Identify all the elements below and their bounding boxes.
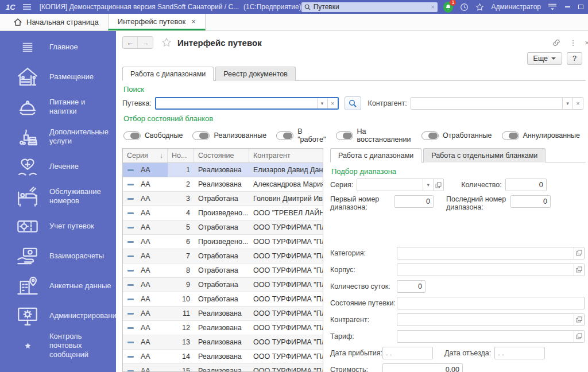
kontragent-clear-icon[interactable]: ×	[572, 98, 583, 109]
tarif-open-icon[interactable]	[574, 331, 584, 342]
current-user[interactable]: Администратор	[491, 3, 541, 11]
close-form-icon[interactable]: ×	[585, 38, 588, 47]
panel-tab-blanks[interactable]: Работа с отдельными бланками	[423, 148, 546, 162]
tab-interfeys-putevok[interactable]: Интерфейс путевок ×	[108, 14, 206, 30]
sidebar-item-food[interactable]: Питание и напитки	[0, 92, 116, 122]
first-number-input[interactable]	[395, 196, 433, 207]
sidebar-item-label: Контроль почтовых сообщений	[49, 332, 111, 360]
departure-date-input[interactable]	[495, 347, 544, 359]
more-button[interactable]: Еще	[527, 52, 562, 65]
table-row[interactable]: АА7ОтработанаООО ТУРФИРМА "ПЛА	[123, 249, 323, 264]
seriya-dropdown-icon[interactable]: ▾	[423, 179, 433, 191]
table-row[interactable]: АА2РеализованаАлександрова Мария М	[123, 177, 323, 192]
cost-input[interactable]	[383, 364, 462, 372]
column-header-nomer[interactable]: Но...	[168, 149, 194, 162]
sidebar-item-health[interactable]: Лечение	[0, 152, 116, 181]
toggle-label: Отработанные	[443, 131, 492, 140]
cell-sostoyanie: Отработана	[194, 278, 249, 292]
table-row[interactable]: АА8ОтработанаООО ТУРФИРМА "ПЛА	[123, 264, 323, 278]
putevka-clear-icon[interactable]: ×	[327, 98, 338, 108]
korpus-open-icon[interactable]	[574, 264, 584, 276]
close-tab-icon[interactable]: ×	[191, 17, 196, 26]
panel-kontragent-open-icon[interactable]	[574, 314, 584, 326]
notifications-bell-icon[interactable]: 1	[443, 2, 453, 13]
profiles-icon	[13, 274, 42, 298]
cell-seriya: АА	[137, 220, 168, 234]
toggle-switch[interactable]	[336, 131, 353, 140]
back-button[interactable]: ←	[123, 37, 138, 48]
sidebar-item-housekeeping[interactable]: Обслуживание номеров	[0, 181, 116, 211]
panel-kontragent-input[interactable]	[397, 314, 574, 326]
panel-tabs: Работа с диапазонами Работа с отдельными…	[330, 148, 586, 162]
sidebar-item-star[interactable]: Контроль почтовых сообщений	[0, 331, 116, 361]
favorites-star-icon[interactable]	[475, 3, 484, 11]
row-state-icon	[123, 292, 137, 306]
table-row[interactable]: АА13РеализованаООО ТУРФИРМА "ПЛА	[123, 335, 323, 350]
kontragent-input[interactable]	[411, 98, 562, 109]
toggle-switch[interactable]	[123, 131, 141, 140]
row-state-icon	[123, 163, 137, 177]
toggle-switch[interactable]	[502, 131, 519, 140]
functions-menu-icon[interactable]	[548, 3, 557, 11]
clear-search-icon[interactable]: ×	[431, 3, 435, 10]
tab-rabota-s-diapazonami[interactable]: Работа с диапазонами	[122, 67, 214, 81]
column-header-sostoyanie[interactable]: Состояние	[194, 149, 249, 162]
main-menu-icon[interactable]	[22, 3, 32, 11]
column-header-seriya[interactable]: Серия ↓	[123, 149, 168, 162]
sidebar-item-spa[interactable]: Дополнительные услуги	[0, 122, 116, 152]
voucher-state-input[interactable]	[397, 297, 584, 309]
filter-toggle-group: Реализованные	[192, 131, 266, 140]
table-row[interactable]: АА9ОтработанаООО ТУРФИРМА "ПЛА	[123, 278, 323, 292]
help-button[interactable]: ?	[567, 52, 582, 65]
tarif-input[interactable]	[397, 331, 574, 342]
cell-nomer: 9	[168, 278, 194, 292]
history-icon[interactable]	[460, 3, 469, 11]
more-actions-icon[interactable]: ⋮	[569, 38, 577, 47]
table-row[interactable]: АА6Произведено...ООО ТУРФИРМА "ПЛА	[123, 235, 323, 249]
favorite-star-icon[interactable]	[161, 37, 172, 48]
voucher-state-label: Состояние путевки:	[330, 299, 393, 307]
page-title: Интерфейс путевок	[177, 38, 262, 48]
sidebar-item-room[interactable]: Размещение	[0, 62, 116, 92]
global-search-input[interactable]: Путевки ×	[301, 2, 438, 12]
table-row[interactable]: АА1РеализованаЕлизаров Давид Данил	[123, 163, 323, 177]
category-open-icon[interactable]	[574, 247, 584, 259]
toggle-switch[interactable]	[276, 131, 293, 140]
putevka-dropdown-icon[interactable]: ▾	[317, 98, 327, 108]
search-button[interactable]	[345, 96, 361, 110]
seriya-open-icon[interactable]	[433, 179, 443, 191]
qty-input[interactable]	[506, 179, 546, 191]
cost-label: Стоимость:	[330, 366, 379, 372]
seriya-input[interactable]	[357, 179, 423, 191]
korpus-input[interactable]	[397, 264, 574, 276]
toggle-switch[interactable]	[421, 131, 439, 140]
kontragent-dropdown-icon[interactable]: ▾	[562, 98, 572, 109]
table-row[interactable]: АА15РеализованаООО ТУРФИРМА "ПЛА	[123, 364, 323, 372]
table-row[interactable]: АА12РеализованаООО ТУРФИРМА "ПЛА	[123, 321, 323, 335]
table-row[interactable]: АА14РеализованаООО ТУРФИРМА "ПЛА	[123, 350, 323, 364]
maximize-button[interactable]	[578, 5, 583, 9]
category-input[interactable]	[397, 247, 574, 259]
panel-tab-ranges[interactable]: Работа с диапазонами	[330, 148, 421, 162]
table-row[interactable]: АА10ОтработанаООО ТУРФИРМА "ПЛА	[123, 292, 323, 307]
get-link-icon[interactable]	[552, 38, 561, 47]
table-row[interactable]: АА5ОтработанаООО ТУРФИРМА "ПЛА	[123, 220, 323, 235]
table-row[interactable]: АА4Произведено...ООО "ТРЕВЕЛ ЛАЙН"	[123, 206, 323, 220]
toggle-switch[interactable]	[192, 131, 210, 140]
last-number-input[interactable]	[511, 196, 550, 207]
sidebar-item-settlements[interactable]: Взаиморасчеты	[0, 241, 116, 271]
sidebar-item-menu[interactable]: Главное	[0, 32, 116, 62]
table-row[interactable]: АА3ОтработанаГоловин Дмитрий Иван	[123, 192, 323, 206]
forward-button[interactable]: →	[138, 37, 153, 48]
minimize-button[interactable]	[565, 6, 570, 7]
sidebar-item-admin[interactable]: Администрирование	[0, 301, 116, 331]
tab-reestr-dokumentov[interactable]: Реестр документов	[215, 67, 296, 81]
days-input[interactable]	[397, 281, 425, 292]
table-row[interactable]: АА11РеализованаООО ТУРФИРМА "ПЛА	[123, 307, 323, 321]
home-tab[interactable]: Начальная страница	[5, 14, 108, 30]
arrival-date-input[interactable]	[383, 347, 432, 359]
sidebar-item-voucher[interactable]: Учет путевок	[0, 211, 116, 241]
putevka-input[interactable]	[156, 98, 317, 108]
sidebar-item-profiles[interactable]: Анкетные данные	[0, 271, 116, 301]
column-header-kontragent[interactable]: Контрагент	[249, 149, 323, 162]
